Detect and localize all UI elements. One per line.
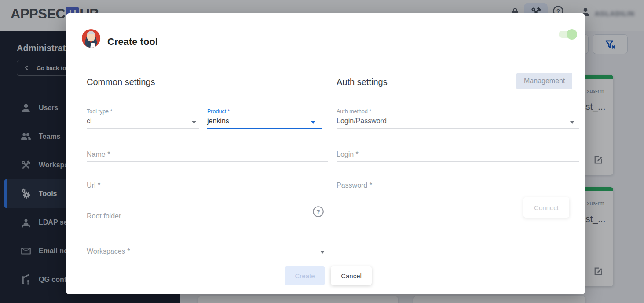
- password-field-wrap: [337, 178, 579, 193]
- chevron-down-icon: [192, 121, 196, 124]
- svg-text:?: ?: [316, 208, 320, 215]
- tool-type-select[interactable]: Tool type * ci: [87, 108, 199, 129]
- screen: APPSECHUB ? AGLADILIN Administration Go …: [0, 0, 644, 303]
- connect-button[interactable]: Connect: [523, 197, 569, 218]
- login-field-wrap: [337, 148, 579, 163]
- workspaces-placeholder: Workspaces *: [87, 248, 328, 255]
- name-input[interactable]: [87, 148, 328, 162]
- chevron-down-icon: [311, 121, 315, 124]
- field-underline: [207, 128, 322, 129]
- jenkins-logo-icon: [81, 28, 101, 48]
- create-tool-dialog: Create tool Common settings Auth setting…: [66, 13, 585, 294]
- management-chip: Management: [516, 73, 572, 89]
- field-underline: [87, 128, 199, 129]
- root-folder-input[interactable]: [87, 209, 328, 223]
- url-input[interactable]: [87, 178, 328, 192]
- product-select[interactable]: Product * jenkins: [207, 108, 322, 129]
- root-folder-field-wrap: [87, 209, 328, 224]
- dialog-title: Create tool: [107, 36, 158, 48]
- chevron-down-icon: [570, 121, 574, 124]
- field-underline: [87, 260, 328, 260]
- tool-type-label: Tool type *: [87, 108, 199, 115]
- name-field-wrap: [87, 148, 328, 163]
- auth-method-select[interactable]: Auth method * Login/Password: [337, 108, 579, 129]
- cancel-button[interactable]: Cancel: [331, 266, 372, 285]
- enabled-toggle[interactable]: [559, 31, 576, 38]
- create-button[interactable]: Create: [285, 266, 325, 285]
- field-underline: [337, 128, 579, 129]
- chevron-down-icon: [320, 251, 325, 254]
- login-input[interactable]: [337, 148, 579, 162]
- password-input[interactable]: [337, 178, 579, 192]
- product-label: Product *: [207, 108, 322, 115]
- url-field-wrap: [87, 178, 328, 193]
- auth-method-value: Login/Password: [337, 117, 579, 125]
- auth-settings-heading: Auth settings: [337, 77, 388, 87]
- auth-method-label: Auth method *: [337, 108, 579, 115]
- common-settings-heading: Common settings: [87, 77, 155, 87]
- root-folder-help-icon[interactable]: ?: [312, 206, 324, 218]
- product-value: jenkins: [207, 117, 322, 125]
- tool-type-value: ci: [87, 117, 199, 125]
- toggle-thumb: [567, 29, 577, 40]
- workspaces-select[interactable]: Workspaces *: [87, 248, 328, 260]
